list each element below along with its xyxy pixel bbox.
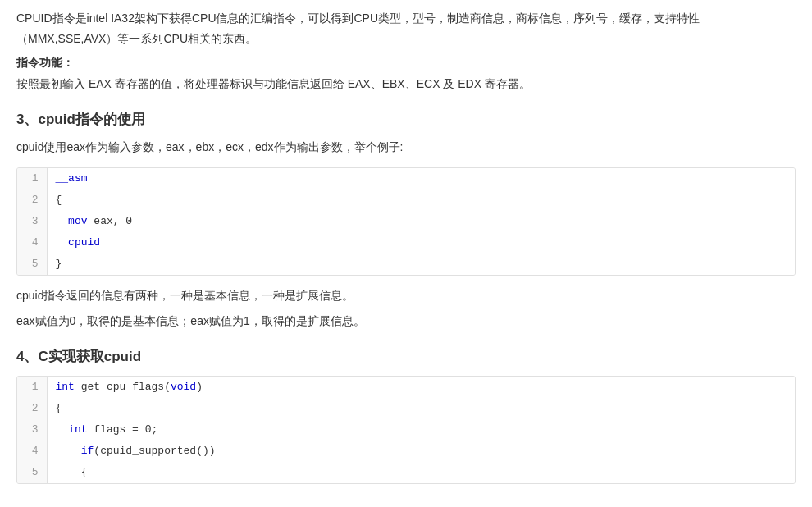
code-line-2: { — [47, 190, 795, 211]
asm-code-block: 1 __asm 2 { 3 mov eax, 0 4 cpuid 5 } — [16, 167, 796, 276]
code-line-3: mov eax, 0 — [47, 211, 795, 232]
c-code-row-3: 3 int flags = 0; — [17, 419, 795, 441]
section3-after2: eax赋值为0，取得的是基本信息；eax赋值为1，取得的是扩展信息。 — [16, 311, 796, 331]
func-detail: 按照最初输入 EAX 寄存器的值，将处理器标识与功能信息返回给 EAX、EBX、… — [16, 74, 796, 94]
func-label: 指令功能： — [16, 56, 796, 71]
code-line-4: cpuid — [47, 232, 795, 254]
code-line-1: __asm — [47, 168, 795, 190]
section3-after1: cpuid指令返回的信息有两种，一种是基本信息，一种是扩展信息。 — [16, 285, 796, 306]
c-code-table: 1 int get_cpu_flags(void) 2 { 3 int flag… — [17, 377, 795, 483]
section4-heading: 4、C实现获取cpuid — [16, 347, 796, 366]
asm-code-table: 1 __asm 2 { 3 mov eax, 0 4 cpuid 5 } — [17, 168, 795, 275]
c-code-row-2: 2 { — [17, 398, 795, 419]
section3-desc: cpuid使用eax作为输入参数，eax，ebx，ecx，edx作为输出参数，举… — [16, 137, 796, 158]
code-row-3: 3 mov eax, 0 — [17, 211, 795, 232]
code-row-2: 2 { — [17, 190, 795, 211]
line-num-1: 1 — [17, 168, 47, 190]
c-code-line-4: if(cpuid_supported()) — [47, 441, 795, 462]
line-num-4: 4 — [17, 232, 47, 254]
main-content: CPUID指令是intel IA32架构下获得CPU信息的汇编指令，可以得到CP… — [16, 8, 796, 484]
c-line-num-4: 4 — [17, 441, 47, 462]
section3-heading: 3、cpuid指令的使用 — [16, 110, 796, 129]
code-line-5: } — [47, 254, 795, 275]
c-line-num-5: 5 — [17, 462, 47, 483]
line-num-2: 2 — [17, 190, 47, 211]
c-line-num-3: 3 — [17, 419, 47, 441]
c-line-num-2: 2 — [17, 398, 47, 419]
c-code-line-2: { — [47, 398, 795, 419]
code-row-4: 4 cpuid — [17, 232, 795, 254]
line-num-3: 3 — [17, 211, 47, 232]
c-code-line-1: int get_cpu_flags(void) — [47, 377, 795, 398]
c-line-num-1: 1 — [17, 377, 47, 398]
c-code-line-3: int flags = 0; — [47, 419, 795, 441]
code-row-5: 5 } — [17, 254, 795, 275]
c-code-line-5: { — [47, 462, 795, 483]
c-code-block: 1 int get_cpu_flags(void) 2 { 3 int flag… — [16, 376, 796, 484]
c-code-row-1: 1 int get_cpu_flags(void) — [17, 377, 795, 398]
code-row-1: 1 __asm — [17, 168, 795, 190]
c-code-row-4: 4 if(cpuid_supported()) — [17, 441, 795, 462]
line-num-5: 5 — [17, 254, 47, 275]
intro-description: CPUID指令是intel IA32架构下获得CPU信息的汇编指令，可以得到CP… — [16, 8, 796, 49]
c-code-row-5: 5 { — [17, 462, 795, 483]
